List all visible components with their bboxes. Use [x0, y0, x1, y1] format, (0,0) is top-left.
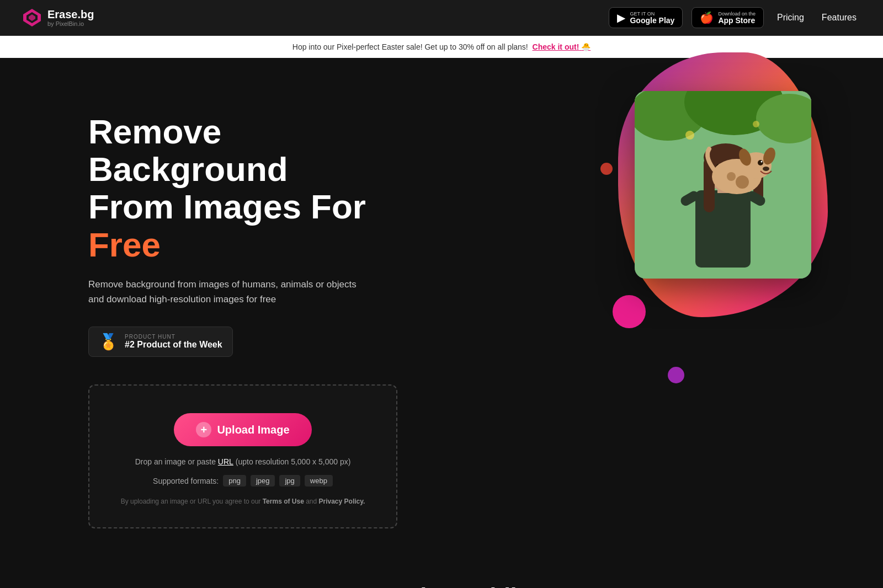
svg-point-23 — [758, 160, 763, 165]
upload-box[interactable]: + Upload Image Drop an image or paste UR… — [88, 384, 397, 528]
navbar: Erase.bg by PixelBin.io ▶ GET IT ON Goog… — [0, 0, 883, 36]
free-highlight: Free — [88, 226, 161, 264]
format-jpg: jpg — [279, 475, 300, 487]
badge-text: PRODUCT HUNT #2 Product of the Week — [125, 334, 222, 350]
upload-btn-label: Upload Image — [217, 424, 289, 436]
pricing-link[interactable]: Pricing — [773, 10, 808, 25]
announcement-text: Hop into our Pixel-perfect Easter sale! … — [292, 42, 528, 51]
left-content: Remove Background From Images For Free R… — [88, 102, 419, 528]
deco-circle-pink — [613, 295, 646, 328]
nav-right: ▶ GET IT ON Google Play 🍎 Download on th… — [609, 7, 861, 28]
terms-text: By uploading an image or URL you agree t… — [106, 498, 380, 505]
medal-icon: 🏅 — [99, 333, 118, 351]
hero-image-inner — [635, 91, 811, 279]
formats-label: Supported formats: — [153, 477, 219, 485]
product-hunt-badge: 🏅 PRODUCT HUNT #2 Product of the Week — [88, 327, 233, 357]
logo-text: Erase.bg by PixelBin.io — [47, 8, 94, 27]
announcement-cta[interactable]: Check it out! 🐣 — [533, 42, 591, 51]
google-play-icon: ▶ — [617, 11, 625, 24]
svg-point-8 — [753, 121, 759, 127]
app-store-text: Download on the App Store — [718, 12, 756, 24]
logo-area[interactable]: Erase.bg by PixelBin.io — [22, 8, 94, 28]
svg-point-26 — [736, 175, 749, 189]
format-webp: webp — [305, 475, 333, 487]
person-dog-illustration — [635, 91, 811, 279]
logo-main-text: Erase.bg — [47, 8, 94, 20]
apple-icon: 🍎 — [700, 11, 714, 24]
features-link[interactable]: Features — [817, 10, 861, 25]
logo-sub-text: by PixelBin.io — [47, 20, 94, 27]
url-link[interactable]: URL — [218, 457, 233, 466]
bottom-section: Get Erase.bg mobile app — [0, 550, 883, 588]
upload-image-button[interactable]: + Upload Image — [174, 413, 311, 446]
app-store-button[interactable]: 🍎 Download on the App Store — [691, 7, 764, 28]
google-play-text: GET IT ON Google Play — [630, 12, 674, 24]
hero-image-frame — [635, 91, 811, 279]
google-play-button[interactable]: ▶ GET IT ON Google Play — [609, 7, 683, 28]
badge-label: PRODUCT HUNT — [125, 334, 222, 340]
main-section: Remove Background From Images For Free R… — [0, 58, 883, 550]
formats-row: Supported formats: png jpeg jpg webp — [106, 475, 380, 487]
terms-link[interactable]: Terms of Use — [263, 498, 304, 505]
plus-icon: + — [196, 422, 211, 437]
svg-point-24 — [761, 161, 763, 163]
bottom-title: Get Erase.bg mobile app — [0, 584, 883, 588]
privacy-link[interactable]: Privacy Policy. — [319, 498, 365, 505]
hero-subtitle: Remove background from images of humans,… — [88, 277, 364, 307]
format-jpeg: jpeg — [251, 475, 275, 487]
deco-circle-red — [600, 163, 613, 175]
svg-point-25 — [763, 167, 769, 171]
deco-circle-purple — [668, 367, 684, 383]
format-png: png — [223, 475, 246, 487]
svg-point-27 — [727, 172, 736, 181]
drop-text: Drop an image or paste URL (upto resolut… — [106, 457, 380, 466]
hero-title: Remove Background From Images For Free — [88, 113, 419, 264]
svg-point-7 — [685, 131, 694, 140]
logo-icon — [22, 8, 42, 28]
right-image-area — [607, 91, 839, 279]
badge-rank: #2 Product of the Week — [125, 340, 222, 350]
